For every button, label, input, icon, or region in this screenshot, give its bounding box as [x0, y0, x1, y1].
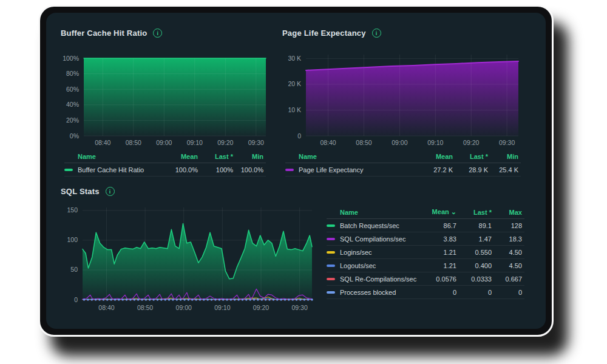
svg-text:08:50: 08:50	[137, 304, 153, 311]
panel-title-sql-stats: SQL Stats i	[61, 187, 115, 196]
legend-row[interactable]: Buffer Cache Hit Ratio100.0%100%100.0%	[64, 163, 266, 177]
panel-title-text: SQL Stats	[61, 187, 100, 196]
series-color-marker	[327, 238, 340, 240]
svg-text:100%: 100%	[63, 55, 79, 62]
svg-text:09:00: 09:00	[392, 139, 407, 146]
legend-table-buffer-cache: NameMeanLast *MinBuffer Cache Hit Ratio1…	[64, 150, 266, 177]
series-stat-value: 100%	[198, 166, 233, 174]
svg-text:08:40: 08:40	[95, 139, 110, 146]
legend-column-header-name[interactable]: Name	[299, 153, 414, 160]
panel-title-page-life: Page Life Expectancy i	[282, 29, 381, 38]
series-stat-value: 1.21	[418, 249, 456, 256]
svg-text:0%: 0%	[70, 132, 79, 140]
svg-text:0: 0	[74, 296, 78, 303]
window-frame: Buffer Cache Hit Ratio i 0%20%40%60%80%1…	[38, 5, 554, 337]
info-icon[interactable]: i	[372, 29, 381, 38]
legend-header-row: NameMeanLast *Min	[64, 150, 266, 163]
series-name: Batch Requests/sec	[340, 222, 418, 229]
series-color-marker	[327, 291, 340, 294]
legend-column-header[interactable]: Min	[233, 153, 263, 160]
panel-title-text: Buffer Cache Hit Ratio	[61, 29, 147, 38]
series-name: Processes blocked	[340, 289, 418, 296]
legend-row[interactable]: Batch Requests/sec86.789.1128	[327, 219, 524, 232]
series-stat-value: 0	[492, 289, 522, 296]
series-color-marker	[285, 169, 299, 171]
legend-row[interactable]: Page Life Expectancy27.2 K28.9 K25.4 K	[285, 163, 521, 177]
series-name: SQL Compilations/sec	[340, 235, 418, 243]
series-stat-value: 128	[492, 222, 522, 229]
legend-row[interactable]: Logouts/sec1.210.4004.50	[327, 259, 524, 272]
series-stat-value: 3.83	[418, 235, 456, 243]
series-stat-value: 1.47	[456, 235, 492, 243]
series-name: Logins/sec	[340, 249, 418, 256]
series-stat-value: 0.667	[492, 275, 522, 283]
svg-text:150: 150	[67, 206, 78, 214]
series-stat-value: 18.3	[492, 235, 522, 243]
svg-text:09:20: 09:20	[217, 139, 233, 146]
page: { "colors": { "dashboard_bg": "#152229",…	[0, 0, 607, 364]
series-stat-value: 100.0%	[233, 166, 263, 174]
legend-header-row: NameMeanLast *Min	[285, 150, 521, 163]
legend-column-header[interactable]: Mean	[414, 153, 453, 160]
legend-column-header-name[interactable]: Name	[340, 209, 418, 216]
series-stat-value: 0.0576	[418, 275, 456, 283]
svg-text:09:30: 09:30	[499, 139, 515, 146]
series-color-marker	[327, 265, 340, 267]
series-stat-value: 4.50	[492, 262, 522, 269]
series-stat-value: 89.1	[456, 222, 492, 229]
svg-text:09:20: 09:20	[463, 139, 479, 146]
legend-table-page-life: NameMeanLast *MinPage Life Expectancy27.…	[285, 150, 521, 177]
svg-text:09:00: 09:00	[156, 139, 172, 146]
svg-text:09:00: 09:00	[176, 304, 192, 311]
legend-column-header[interactable]: Mean	[159, 153, 198, 160]
svg-text:08:40: 08:40	[320, 139, 336, 146]
svg-text:40%: 40%	[66, 101, 79, 108]
legend-column-header[interactable]: Last *	[456, 209, 492, 216]
series-stat-value: 0.400	[456, 262, 492, 269]
series-color-marker	[327, 251, 340, 254]
legend-column-header-name[interactable]: Name	[78, 153, 159, 160]
series-stat-value: 4.50	[492, 249, 522, 256]
svg-text:30 K: 30 K	[288, 55, 301, 62]
series-color-marker	[64, 169, 78, 171]
svg-text:08:50: 08:50	[356, 139, 371, 146]
legend-row[interactable]: SQL Compilations/sec3.831.4718.3	[327, 232, 524, 246]
legend-column-header[interactable]: Max	[492, 209, 522, 216]
svg-text:09:20: 09:20	[253, 304, 269, 311]
series-name: SQL Re-Compilations/sec	[340, 275, 418, 283]
info-icon[interactable]: i	[153, 29, 162, 38]
svg-text:10 K: 10 K	[288, 106, 301, 113]
legend-row[interactable]: Processes blocked000	[327, 286, 524, 299]
svg-text:20%: 20%	[66, 116, 79, 124]
series-color-marker	[327, 224, 340, 227]
series-stat-value: 0.550	[456, 249, 492, 256]
svg-text:09:30: 09:30	[291, 304, 307, 311]
sql-stats-chart[interactable]: 05010015008:4008:5009:0009:1009:2009:30	[56, 200, 316, 314]
series-color-marker	[327, 278, 340, 280]
series-stat-value: 25.4 K	[488, 166, 518, 174]
svg-text:50: 50	[70, 266, 78, 273]
page-life-chart[interactable]: 010 K20 K30 K08:4008:5009:0009:1009:2009…	[273, 51, 522, 149]
info-icon[interactable]: i	[106, 187, 115, 196]
svg-text:08:40: 08:40	[98, 304, 114, 311]
series-name: Page Life Expectancy	[299, 166, 414, 174]
series-name: Buffer Cache Hit Ratio	[78, 166, 159, 174]
legend-row[interactable]: SQL Re-Compilations/sec0.05760.03330.667	[327, 272, 524, 286]
series-stat-value: 0.0333	[456, 275, 492, 283]
legend-column-header[interactable]: Mean ⌄	[418, 208, 456, 216]
legend-row[interactable]: Logins/sec1.210.5504.50	[327, 246, 524, 259]
svg-text:09:10: 09:10	[187, 139, 203, 146]
series-name: Logouts/sec	[340, 262, 418, 269]
buffer-cache-chart[interactable]: 0%20%40%60%80%100%08:4008:5009:0009:1009…	[56, 51, 270, 149]
legend-table-sql-stats: NameMean ⌄Last *MaxBatch Requests/sec86.…	[327, 206, 524, 299]
series-stat-value: 0	[456, 289, 492, 296]
legend-column-header[interactable]: Last *	[453, 153, 488, 160]
legend-header-row: NameMean ⌄Last *Max	[327, 206, 524, 219]
svg-text:100: 100	[67, 236, 78, 243]
legend-column-header[interactable]: Last *	[198, 153, 233, 160]
series-stat-value: 28.9 K	[453, 166, 488, 174]
dashboard: Buffer Cache Hit Ratio i 0%20%40%60%80%1…	[46, 13, 546, 329]
legend-column-header[interactable]: Min	[488, 153, 518, 160]
svg-text:60%: 60%	[66, 86, 79, 93]
series-stat-value: 0	[418, 289, 456, 296]
